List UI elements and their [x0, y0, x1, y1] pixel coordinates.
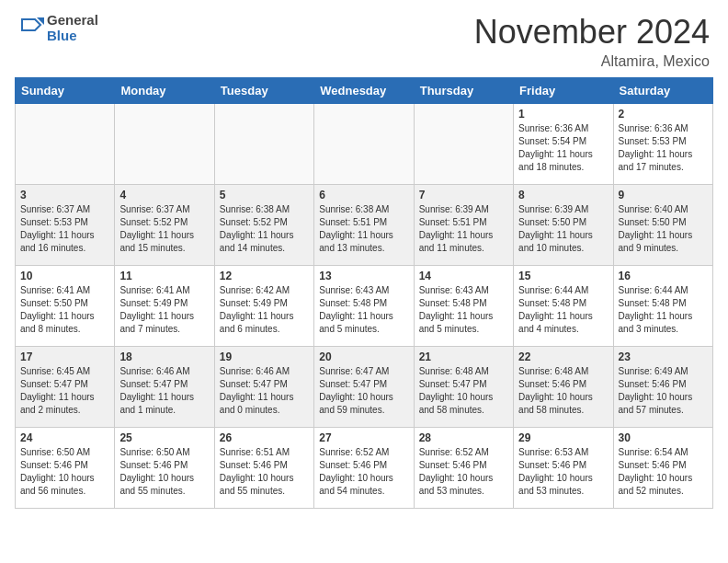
day-number: 25: [119, 431, 209, 444]
table-row: 10Sunrise: 6:41 AMSunset: 5:50 PMDayligh…: [16, 266, 115, 347]
day-number: 29: [518, 431, 608, 444]
col-tuesday: Tuesday: [214, 78, 313, 104]
day-number: 7: [419, 189, 508, 201]
day-info: Sunrise: 6:36 AMSunset: 5:53 PMDaylight:…: [619, 122, 708, 174]
month-title: November 2024: [474, 13, 710, 52]
day-number: 1: [518, 108, 608, 121]
week-row-4: 17Sunrise: 6:45 AMSunset: 5:47 PMDayligh…: [16, 347, 713, 428]
day-number: 2: [619, 108, 708, 121]
day-info: Sunrise: 6:39 AMSunset: 5:50 PMDaylight:…: [518, 203, 608, 255]
table-row: 16Sunrise: 6:44 AMSunset: 5:48 PMDayligh…: [613, 266, 712, 347]
table-row: 1Sunrise: 6:36 AMSunset: 5:54 PMDaylight…: [514, 104, 613, 185]
day-info: Sunrise: 6:48 AMSunset: 5:47 PMDaylight:…: [419, 365, 508, 417]
table-row: 8Sunrise: 6:39 AMSunset: 5:50 PMDaylight…: [514, 185, 613, 266]
day-info: Sunrise: 6:42 AMSunset: 5:49 PMDaylight:…: [220, 284, 309, 336]
day-info: Sunrise: 6:46 AMSunset: 5:47 PMDaylight:…: [220, 365, 309, 417]
day-number: 28: [419, 431, 508, 444]
col-sunday: Sunday: [16, 78, 115, 104]
col-thursday: Thursday: [414, 78, 513, 104]
day-info: Sunrise: 6:48 AMSunset: 5:46 PMDaylight:…: [518, 365, 608, 417]
day-info: Sunrise: 6:37 AMSunset: 5:52 PMDaylight:…: [119, 203, 209, 255]
day-number: 13: [319, 270, 408, 282]
table-row: 23Sunrise: 6:49 AMSunset: 5:46 PMDayligh…: [613, 347, 712, 428]
table-row: 14Sunrise: 6:43 AMSunset: 5:48 PMDayligh…: [414, 266, 513, 347]
day-info: Sunrise: 6:53 AMSunset: 5:46 PMDaylight:…: [518, 446, 608, 498]
table-row: 26Sunrise: 6:51 AMSunset: 5:46 PMDayligh…: [214, 428, 313, 509]
day-number: 3: [20, 189, 109, 201]
day-number: 15: [518, 270, 608, 282]
day-info: Sunrise: 6:45 AMSunset: 5:47 PMDaylight:…: [20, 365, 109, 417]
day-number: 24: [20, 431, 109, 444]
table-row: 7Sunrise: 6:39 AMSunset: 5:51 PMDaylight…: [414, 185, 513, 266]
day-number: 27: [319, 431, 408, 444]
day-info: Sunrise: 6:43 AMSunset: 5:48 PMDaylight:…: [419, 284, 508, 336]
table-row: 30Sunrise: 6:54 AMSunset: 5:46 PMDayligh…: [613, 428, 712, 509]
day-info: Sunrise: 6:54 AMSunset: 5:46 PMDaylight:…: [619, 446, 708, 498]
day-info: Sunrise: 6:49 AMSunset: 5:46 PMDaylight:…: [619, 365, 708, 417]
table-row: 5Sunrise: 6:38 AMSunset: 5:52 PMDaylight…: [214, 185, 313, 266]
table-row: 17Sunrise: 6:45 AMSunset: 5:47 PMDayligh…: [16, 347, 115, 428]
day-number: 9: [619, 189, 708, 201]
table-row: 20Sunrise: 6:47 AMSunset: 5:47 PMDayligh…: [314, 347, 414, 428]
table-row: 27Sunrise: 6:52 AMSunset: 5:46 PMDayligh…: [314, 428, 414, 509]
calendar-header-row: Sunday Monday Tuesday Wednesday Thursday…: [16, 78, 713, 104]
table-row: 21Sunrise: 6:48 AMSunset: 5:47 PMDayligh…: [414, 347, 513, 428]
table-row: 11Sunrise: 6:41 AMSunset: 5:49 PMDayligh…: [115, 266, 214, 347]
day-number: 20: [319, 350, 408, 363]
day-number: 5: [220, 189, 309, 201]
day-info: Sunrise: 6:39 AMSunset: 5:51 PMDaylight:…: [419, 203, 508, 255]
table-row: 9Sunrise: 6:40 AMSunset: 5:50 PMDaylight…: [613, 185, 712, 266]
title-block: November 2024 Altamira, Mexico: [474, 13, 710, 70]
table-row: 2Sunrise: 6:36 AMSunset: 5:53 PMDaylight…: [613, 104, 712, 185]
calendar-table: Sunday Monday Tuesday Wednesday Thursday…: [15, 77, 713, 509]
logo-icon: [18, 16, 44, 41]
day-info: Sunrise: 6:41 AMSunset: 5:49 PMDaylight:…: [119, 284, 209, 336]
day-number: 18: [119, 350, 209, 363]
col-saturday: Saturday: [613, 78, 712, 104]
table-row: [214, 104, 313, 185]
logo: General Blue: [18, 13, 98, 43]
table-row: 15Sunrise: 6:44 AMSunset: 5:48 PMDayligh…: [514, 266, 613, 347]
table-row: [414, 104, 513, 185]
table-row: 22Sunrise: 6:48 AMSunset: 5:46 PMDayligh…: [514, 347, 613, 428]
day-info: Sunrise: 6:44 AMSunset: 5:48 PMDaylight:…: [619, 284, 708, 336]
table-row: 24Sunrise: 6:50 AMSunset: 5:46 PMDayligh…: [16, 428, 115, 509]
day-number: 16: [619, 270, 708, 282]
week-row-5: 24Sunrise: 6:50 AMSunset: 5:46 PMDayligh…: [16, 428, 713, 509]
table-row: 29Sunrise: 6:53 AMSunset: 5:46 PMDayligh…: [514, 428, 613, 509]
day-info: Sunrise: 6:43 AMSunset: 5:48 PMDaylight:…: [319, 284, 408, 336]
calendar-wrapper: Sunday Monday Tuesday Wednesday Thursday…: [0, 77, 728, 516]
week-row-3: 10Sunrise: 6:41 AMSunset: 5:50 PMDayligh…: [16, 266, 713, 347]
table-row: 3Sunrise: 6:37 AMSunset: 5:53 PMDaylight…: [16, 185, 115, 266]
day-number: 8: [518, 189, 608, 201]
col-wednesday: Wednesday: [314, 78, 414, 104]
day-number: 6: [319, 189, 408, 201]
day-number: 14: [419, 270, 508, 282]
day-info: Sunrise: 6:50 AMSunset: 5:46 PMDaylight:…: [20, 446, 109, 498]
table-row: 19Sunrise: 6:46 AMSunset: 5:47 PMDayligh…: [214, 347, 313, 428]
day-info: Sunrise: 6:46 AMSunset: 5:47 PMDaylight:…: [119, 365, 209, 417]
day-info: Sunrise: 6:38 AMSunset: 5:51 PMDaylight:…: [319, 203, 408, 255]
col-monday: Monday: [115, 78, 214, 104]
day-info: Sunrise: 6:36 AMSunset: 5:54 PMDaylight:…: [518, 122, 608, 174]
day-number: 21: [419, 350, 508, 363]
page-header: General Blue November 2024 Altamira, Mex…: [0, 0, 728, 77]
table-row: [314, 104, 414, 185]
table-row: 25Sunrise: 6:50 AMSunset: 5:46 PMDayligh…: [115, 428, 214, 509]
table-row: 28Sunrise: 6:52 AMSunset: 5:46 PMDayligh…: [414, 428, 513, 509]
week-row-2: 3Sunrise: 6:37 AMSunset: 5:53 PMDaylight…: [16, 185, 713, 266]
day-info: Sunrise: 6:52 AMSunset: 5:46 PMDaylight:…: [419, 446, 508, 498]
day-number: 4: [119, 189, 209, 201]
day-info: Sunrise: 6:41 AMSunset: 5:50 PMDaylight:…: [20, 284, 109, 336]
day-number: 17: [20, 350, 109, 363]
logo-blue: Blue: [47, 29, 98, 44]
day-info: Sunrise: 6:38 AMSunset: 5:52 PMDaylight:…: [220, 203, 309, 255]
day-info: Sunrise: 6:52 AMSunset: 5:46 PMDaylight:…: [319, 446, 408, 498]
day-number: 12: [220, 270, 309, 282]
logo-general: General: [47, 13, 98, 29]
day-info: Sunrise: 6:47 AMSunset: 5:47 PMDaylight:…: [319, 365, 408, 417]
day-number: 23: [619, 350, 708, 363]
table-row: 12Sunrise: 6:42 AMSunset: 5:49 PMDayligh…: [214, 266, 313, 347]
day-number: 10: [20, 270, 109, 282]
table-row: 13Sunrise: 6:43 AMSunset: 5:48 PMDayligh…: [314, 266, 414, 347]
